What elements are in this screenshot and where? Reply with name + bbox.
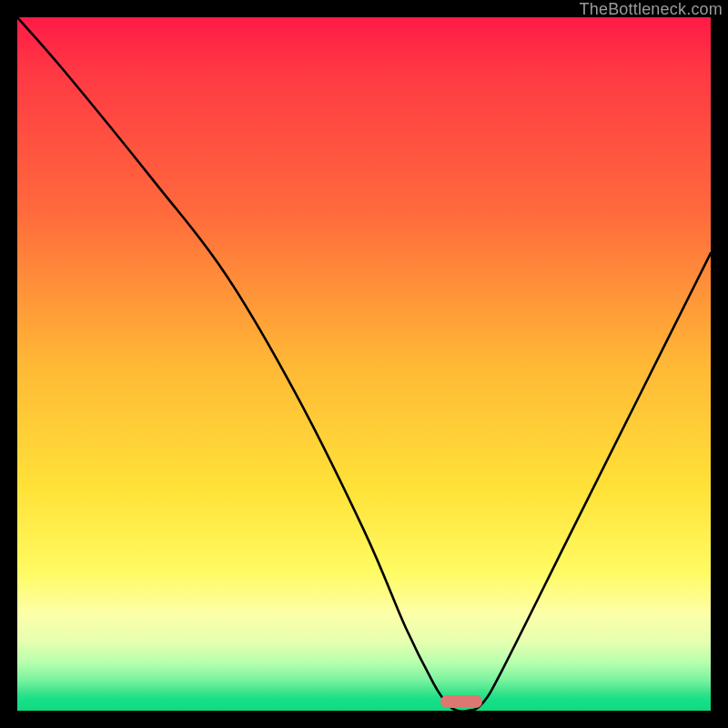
chart-stage: TheBottleneck.com xyxy=(0,0,728,728)
curve-layer xyxy=(17,17,711,711)
watermark-text: TheBottleneck.com xyxy=(580,0,723,19)
plot-area xyxy=(17,17,711,711)
bottleneck-curve-path xyxy=(17,17,711,711)
optimum-marker xyxy=(440,695,482,708)
